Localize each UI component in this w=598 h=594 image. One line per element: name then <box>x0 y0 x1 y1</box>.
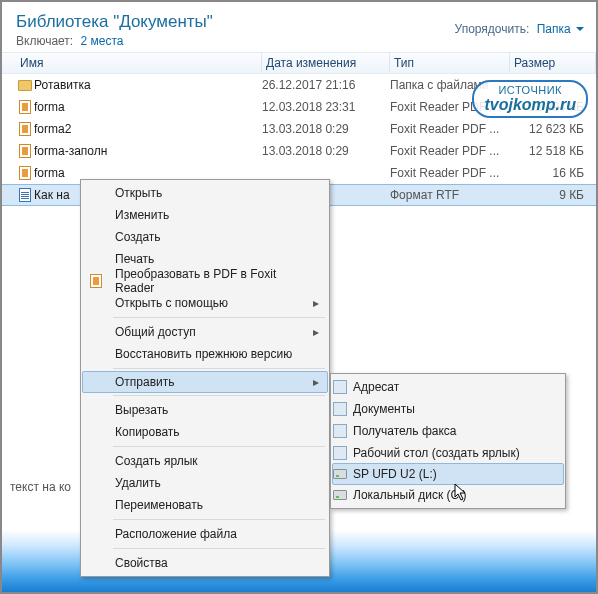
file-icon-cell <box>16 121 34 137</box>
file-icon-cell <box>16 187 34 203</box>
menu-item-label: Создать <box>109 230 313 244</box>
file-icon-cell <box>16 143 34 159</box>
pdf-icon <box>19 144 31 158</box>
submenu-item-label: SP UFD U2 (L:) <box>347 467 563 481</box>
col-type[interactable]: Тип <box>390 53 510 73</box>
generic-icon <box>333 446 347 460</box>
menu-item-label: Вырезать <box>109 403 313 417</box>
sort-value[interactable]: Папка <box>533 22 571 36</box>
col-date[interactable]: Дата изменения <box>262 53 390 73</box>
file-date: 13.03.2018 0:29 <box>262 144 390 158</box>
truncated-text: текст на ко <box>10 480 71 494</box>
generic-icon <box>333 402 347 416</box>
menu-gutter <box>83 523 109 545</box>
submenu-arrow-icon: ▸ <box>313 325 327 339</box>
submenu-item-label: Документы <box>347 402 563 416</box>
menu-item[interactable]: Копировать <box>83 421 327 443</box>
menu-item[interactable]: Создать ярлык <box>83 450 327 472</box>
menu-item[interactable]: Расположение файла <box>83 523 327 545</box>
file-row[interactable]: forma-заполн13.03.2018 0:29Foxit Reader … <box>2 140 596 162</box>
generic-icon <box>333 380 347 394</box>
menu-gutter <box>83 343 109 365</box>
file-size: 12 623 КБ <box>510 122 596 136</box>
file-icon-cell <box>16 99 34 115</box>
watermark-line2: tvojkomp.ru <box>484 96 576 114</box>
file-size: 16 КБ <box>510 166 596 180</box>
menu-gutter <box>83 421 109 443</box>
menu-gutter <box>83 372 109 392</box>
file-type: Формат RTF <box>390 188 510 202</box>
menu-item[interactable]: Вырезать <box>83 399 327 421</box>
col-name[interactable]: Имя <box>16 53 262 73</box>
menu-item[interactable]: Изменить <box>83 204 327 226</box>
file-name: forma2 <box>34 122 262 136</box>
pdf-icon <box>19 100 31 114</box>
submenu-item[interactable]: Документы <box>333 398 563 420</box>
menu-item[interactable]: Открыть <box>83 182 327 204</box>
file-type: Foxit Reader PDF ... <box>390 166 510 180</box>
menu-separator <box>113 519 325 520</box>
submenu-item[interactable]: Получатель факса <box>333 420 563 442</box>
menu-item-label: Переименовать <box>109 498 313 512</box>
submenu-item-label: Рабочий стол (создать ярлык) <box>347 446 563 460</box>
menu-item-label: Свойства <box>109 556 313 570</box>
pdf-icon <box>90 274 102 288</box>
menu-gutter <box>83 494 109 516</box>
menu-item-label: Копировать <box>109 425 313 439</box>
pdf-icon <box>19 166 31 180</box>
menu-item-label: Отправить <box>109 375 313 389</box>
includes-link[interactable]: 2 места <box>77 34 124 48</box>
send-to-submenu[interactable]: АдресатДокументыПолучатель факсаРабочий … <box>330 373 566 509</box>
library-subtitle: Включает: 2 места <box>16 34 582 48</box>
submenu-item[interactable]: Адресат <box>333 376 563 398</box>
submenu-gutter <box>333 464 347 484</box>
file-date: 13.03.2018 0:29 <box>262 122 390 136</box>
watermark-line1: ИСТОЧНИК <box>484 84 576 96</box>
menu-item-label: Удалить <box>109 476 313 490</box>
menu-item[interactable]: Восстановить прежнюю версию <box>83 343 327 365</box>
menu-gutter <box>83 472 109 494</box>
submenu-gutter <box>333 398 347 420</box>
submenu-item-label: Получатель факса <box>347 424 563 438</box>
sort-control[interactable]: Упорядочить: Папка <box>455 22 584 36</box>
menu-gutter <box>83 204 109 226</box>
menu-item-label: Открыть с помощью <box>109 296 313 310</box>
menu-item[interactable]: Открыть с помощью▸ <box>83 292 327 314</box>
submenu-arrow-icon: ▸ <box>313 296 327 310</box>
submenu-arrow-icon: ▸ <box>313 375 327 389</box>
menu-gutter <box>83 182 109 204</box>
submenu-item[interactable]: Рабочий стол (создать ярлык) <box>333 442 563 464</box>
menu-item[interactable]: Создать <box>83 226 327 248</box>
menu-gutter <box>83 552 109 574</box>
submenu-item[interactable]: Локальный диск (C:) <box>333 484 563 506</box>
file-name: forma <box>34 166 262 180</box>
pdf-icon <box>19 122 31 136</box>
menu-item-label: Изменить <box>109 208 313 222</box>
menu-item[interactable]: Преобразовать в PDF в Foxit Reader <box>83 270 327 292</box>
menu-item[interactable]: Переименовать <box>83 494 327 516</box>
menu-gutter <box>83 450 109 472</box>
col-size[interactable]: Размер <box>510 53 596 73</box>
submenu-gutter <box>333 420 347 442</box>
column-headers[interactable]: Имя Дата изменения Тип Размер <box>2 52 596 74</box>
menu-item-label: Создать ярлык <box>109 454 313 468</box>
generic-icon <box>333 424 347 438</box>
file-icon-cell <box>16 165 34 181</box>
menu-item[interactable]: Отправить▸ <box>82 371 328 393</box>
menu-item-label: Преобразовать в PDF в Foxit Reader <box>109 267 313 295</box>
chevron-down-icon <box>576 27 584 35</box>
submenu-item[interactable]: SP UFD U2 (L:) <box>332 463 564 485</box>
menu-item[interactable]: Общий доступ▸ <box>83 321 327 343</box>
submenu-gutter <box>333 484 347 506</box>
file-row[interactable]: forma213.03.2018 0:29Foxit Reader PDF ..… <box>2 118 596 140</box>
context-menu[interactable]: ОткрытьИзменитьСоздатьПечатьПреобразоват… <box>80 179 330 577</box>
file-name: forma <box>34 100 262 114</box>
menu-item-label: Печать <box>109 252 313 266</box>
menu-separator <box>113 317 325 318</box>
menu-item[interactable]: Свойства <box>83 552 327 574</box>
menu-item[interactable]: Удалить <box>83 472 327 494</box>
drive-icon <box>333 490 347 500</box>
sort-label: Упорядочить: <box>455 22 530 36</box>
file-size: 12 518 КБ <box>510 144 596 158</box>
includes-label: Включает: <box>16 34 73 48</box>
